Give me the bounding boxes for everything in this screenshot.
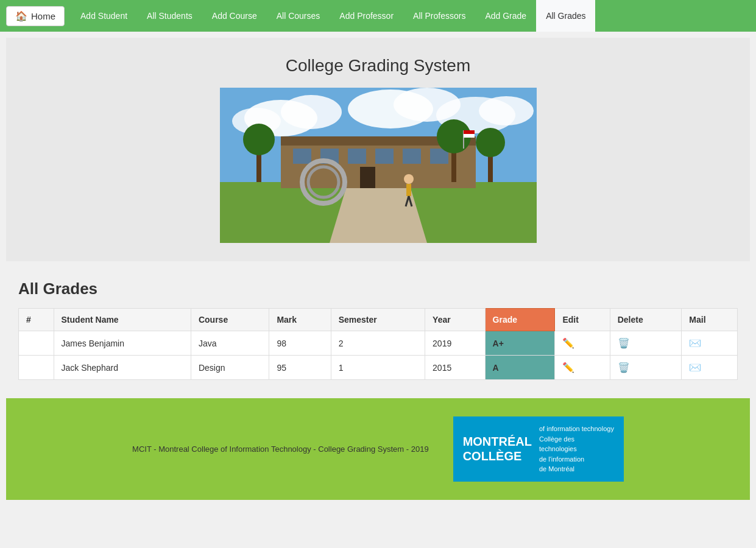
grades-section-title: All Grades: [18, 279, 738, 298]
svg-point-24: [476, 128, 505, 157]
col-grade: Grade: [485, 309, 555, 331]
footer-logo-right1: Collège des technologies de l'informatio…: [539, 434, 614, 474]
footer-logo-main: MONTRÉALCOLLÈGE: [463, 434, 532, 463]
col-student-name: Student Name: [54, 309, 191, 331]
footer-logo-sub: of information technology: [539, 424, 614, 434]
nav-add-grade[interactable]: Add Grade: [475, 0, 536, 32]
svg-point-2: [281, 95, 342, 129]
nav-add-student[interactable]: Add Student: [71, 0, 137, 32]
col-semester: Semester: [331, 309, 425, 331]
row1-mark: 98: [269, 331, 331, 356]
nav-all-students[interactable]: All Students: [137, 0, 202, 32]
nav-all-grades[interactable]: All Grades: [536, 0, 595, 32]
edit-icon[interactable]: ✏️: [562, 362, 574, 373]
col-delete: Delete: [610, 309, 682, 331]
nav-links: Add Student All Students Add Course All …: [71, 0, 595, 32]
svg-rect-28: [406, 184, 411, 196]
row1-mail[interactable]: ✉️: [682, 331, 738, 356]
row2-mark: 95: [269, 356, 331, 380]
mail-icon[interactable]: ✉️: [689, 338, 701, 348]
edit-icon[interactable]: ✏️: [562, 338, 574, 348]
footer-text: MCIT - Montreal College of Information T…: [132, 444, 429, 454]
row1-grade: A+: [485, 331, 555, 356]
footer-logo: MONTRÉALCOLLÈGE of information technolog…: [453, 416, 624, 482]
col-edit: Edit: [555, 309, 610, 331]
footer: MCIT - Montreal College of Information T…: [6, 398, 750, 500]
row1-student-name: James Benjamin: [54, 331, 191, 356]
svg-rect-18: [360, 167, 375, 188]
table-row: Jack Shephard Design 95 1 2015 A ✏️ 🗑️ ✉…: [19, 356, 738, 380]
col-course: Course: [191, 309, 269, 331]
mail-icon[interactable]: ✉️: [689, 362, 701, 373]
brand-label: Home: [31, 11, 55, 21]
nav-add-professor[interactable]: Add Professor: [330, 0, 403, 32]
svg-point-26: [243, 124, 275, 155]
row2-edit[interactable]: ✏️: [555, 356, 610, 380]
campus-image-svg: [220, 88, 537, 243]
table-body: James Benjamin Java 98 2 2019 A+ ✏️ 🗑️ ✉…: [19, 331, 738, 380]
row1-semester: 2: [331, 331, 425, 356]
col-year: Year: [425, 309, 486, 331]
delete-icon[interactable]: 🗑️: [618, 338, 630, 348]
svg-rect-14: [348, 149, 366, 164]
row2-year: 2015: [425, 356, 486, 380]
col-num: #: [19, 309, 54, 331]
hero-title: College Grading System: [286, 56, 470, 76]
row2-num: [19, 356, 54, 380]
grades-table: # Student Name Course Mark Semester Year…: [18, 308, 738, 380]
row1-delete[interactable]: 🗑️: [610, 331, 682, 356]
svg-rect-16: [403, 149, 421, 164]
delete-icon[interactable]: 🗑️: [618, 362, 630, 373]
table-row: James Benjamin Java 98 2 2019 A+ ✏️ 🗑️ ✉…: [19, 331, 738, 356]
hero-section: College Grading System: [6, 38, 750, 261]
home-icon: 🏠: [15, 10, 27, 22]
row2-delete[interactable]: 🗑️: [610, 356, 682, 380]
svg-rect-12: [293, 149, 311, 164]
row2-course: Design: [191, 356, 269, 380]
nav-add-course[interactable]: Add Course: [202, 0, 267, 32]
svg-rect-35: [464, 134, 475, 138]
home-button[interactable]: 🏠 Home: [6, 6, 65, 26]
row2-student-name: Jack Shephard: [54, 356, 191, 380]
col-mark: Mark: [269, 309, 331, 331]
nav-all-courses[interactable]: All Courses: [267, 0, 330, 32]
row1-year: 2019: [425, 331, 486, 356]
svg-rect-15: [375, 149, 394, 164]
row1-course: Java: [191, 331, 269, 356]
svg-point-27: [404, 174, 414, 184]
row1-num: [19, 331, 54, 356]
navbar: 🏠 Home Add Student All Students Add Cour…: [0, 0, 756, 32]
hero-image: [220, 88, 537, 243]
col-mail: Mail: [682, 309, 738, 331]
row2-mail[interactable]: ✉️: [682, 356, 738, 380]
row2-semester: 1: [331, 356, 425, 380]
svg-point-7: [479, 96, 534, 125]
row2-grade: A: [485, 356, 555, 380]
svg-rect-34: [464, 130, 475, 134]
main-content: All Grades # Student Name Course Mark Se…: [0, 267, 756, 392]
row1-edit[interactable]: ✏️: [555, 331, 610, 356]
nav-all-professors[interactable]: All Professors: [403, 0, 475, 32]
table-header: # Student Name Course Mark Semester Year…: [19, 309, 738, 331]
